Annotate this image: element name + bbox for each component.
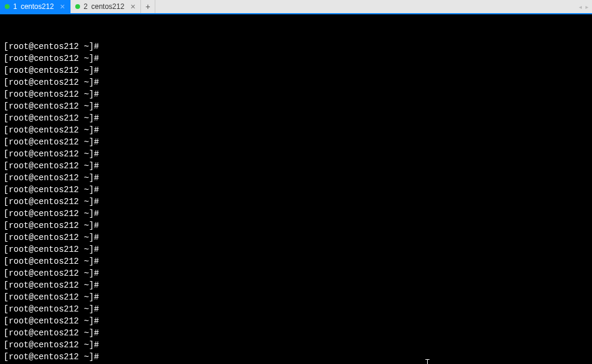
prompt-line: [root@centos212 ~]# [4,112,588,124]
prompt-line: [root@centos212 ~]# [4,267,588,279]
prompt-line: [root@centos212 ~]# [4,196,588,208]
close-icon[interactable]: ✕ [60,3,65,11]
prompt-line: [root@centos212 ~]# [4,232,588,243]
status-dot-icon [5,4,10,9]
prompt-line: [root@centos212 ~]# [4,88,588,100]
terminal-pane[interactable]: [root@centos212 ~]#[root@centos212 ~]#[r… [0,14,592,364]
prompt-line: [root@centos212 ~]# [4,327,588,339]
prompt-line: [root@centos212 ~]# [4,53,588,64]
tab-index: 2 [84,2,88,11]
plus-icon: + [146,2,151,11]
prompt-line: [root@centos212 ~]# [4,339,588,351]
tab-1[interactable]: 1 centos212 ✕ [0,0,70,13]
status-dot-icon [75,4,80,9]
text-cursor-icon [427,359,428,364]
prompt-line: [root@centos212 ~]# [4,76,588,88]
close-icon[interactable]: ✕ [130,3,136,11]
prompt-line: [root@centos212 ~]# [4,303,588,315]
tab-scroll-arrows: ◂ ▸ [575,0,592,13]
prompt-line: [root@centos212 ~]# [4,136,588,148]
prompt-line: [root@centos212 ~]# [4,160,588,172]
prompt-line: [root@centos212 ~]# [4,291,588,303]
prompt-line: [root@centos212 ~]# [4,64,588,76]
prompt-line: [root@centos212 ~]# [4,172,588,184]
tab-bar: 1 centos212 ✕ 2 centos212 ✕ + ◂ ▸ [0,0,592,14]
new-tab-button[interactable]: + [141,0,155,13]
prompt-line: [root@centos212 ~]# [4,255,588,267]
arrow-left-icon[interactable]: ◂ [579,4,582,10]
tab-label: centos212 [21,2,54,11]
prompt-line: [root@centos212 ~]# [4,100,588,112]
prompt-line: [root@centos212 ~]# [4,148,588,160]
tab-2[interactable]: 2 centos212 ✕ [70,0,141,13]
prompt-line: [root@centos212 ~]# [4,351,588,363]
prompt-line: [root@centos212 ~]# [4,124,588,136]
prompt-line: [root@centos212 ~]# [4,184,588,196]
prompt-line: [root@centos212 ~]# [4,41,588,53]
prompt-line: [root@centos212 ~]# [4,279,588,291]
tab-index: 1 [13,2,17,11]
tab-label: centos212 [91,2,124,11]
arrow-right-icon[interactable]: ▸ [585,4,588,10]
prompt-line: [root@centos212 ~]# [4,243,588,255]
prompt-line: [root@centos212 ~]# [4,220,588,232]
prompt-line: [root@centos212 ~]# [4,208,588,220]
prompt-line: [root@centos212 ~]# [4,315,588,327]
